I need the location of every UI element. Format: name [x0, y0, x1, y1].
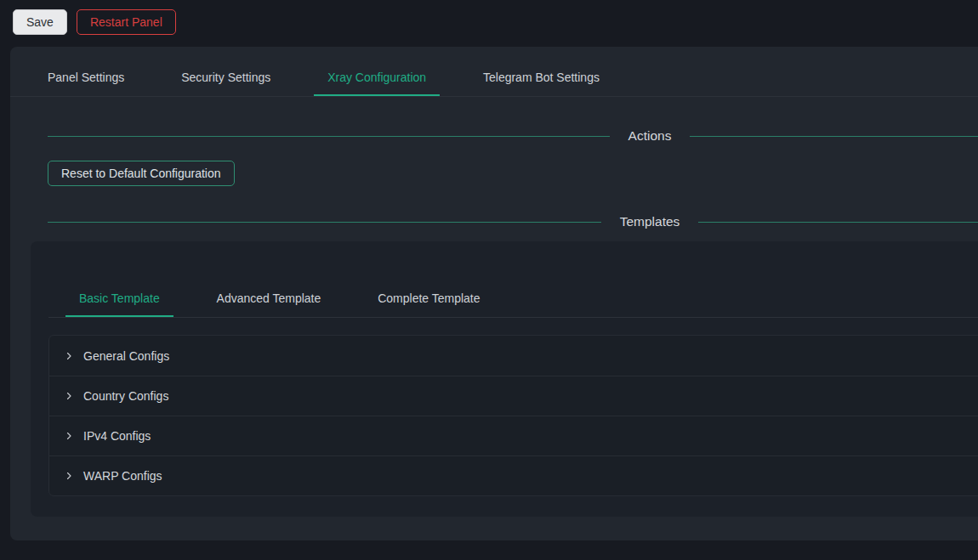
chevron-right-icon: [64, 391, 74, 401]
tab-security-settings[interactable]: Security Settings: [168, 60, 284, 96]
chevron-right-icon: [64, 351, 74, 361]
collapse-label: General Configs: [83, 349, 169, 363]
tab-advanced-template[interactable]: Advanced Template: [203, 281, 335, 317]
divider-line-left: [48, 136, 610, 137]
divider-line-right: [690, 136, 978, 137]
templates-divider-label: Templates: [620, 214, 680, 229]
save-button[interactable]: Save: [13, 9, 67, 35]
collapse-country-configs[interactable]: Country Configs: [49, 376, 978, 416]
config-accordion: General Configs Country Configs IPv4 Con…: [48, 335, 978, 496]
collapse-label: Country Configs: [83, 389, 168, 403]
tab-basic-template[interactable]: Basic Template: [65, 281, 173, 317]
settings-tabs: Panel Settings Security Settings Xray Co…: [10, 47, 978, 97]
actions-divider: Actions: [48, 128, 978, 144]
restart-panel-button[interactable]: Restart Panel: [77, 9, 176, 35]
divider-line-left: [48, 222, 601, 223]
tab-complete-template[interactable]: Complete Template: [364, 281, 493, 317]
chevron-right-icon: [64, 431, 74, 441]
collapse-label: IPv4 Configs: [83, 429, 151, 443]
template-tabs: Basic Template Advanced Template Complet…: [48, 241, 978, 318]
collapse-warp-configs[interactable]: WARP Configs: [49, 455, 978, 495]
tab-xray-configuration[interactable]: Xray Configuration: [314, 60, 440, 96]
actions-divider-label: Actions: [628, 128, 672, 144]
templates-card: Basic Template Advanced Template Complet…: [31, 241, 978, 517]
settings-card: Panel Settings Security Settings Xray Co…: [10, 47, 978, 540]
tab-panel-settings[interactable]: Panel Settings: [34, 60, 138, 96]
collapse-label: WARP Configs: [83, 469, 162, 483]
divider-line-right: [698, 222, 978, 223]
collapse-general-configs[interactable]: General Configs: [49, 336, 978, 376]
templates-divider: Templates: [48, 214, 978, 229]
tab-telegram-bot-settings[interactable]: Telegram Bot Settings: [469, 60, 613, 96]
topbar: Save Restart Panel: [0, 0, 978, 42]
chevron-right-icon: [64, 471, 74, 481]
collapse-ipv4-configs[interactable]: IPv4 Configs: [49, 416, 978, 455]
reset-default-configuration-button[interactable]: Reset to Default Configuration: [48, 161, 235, 186]
